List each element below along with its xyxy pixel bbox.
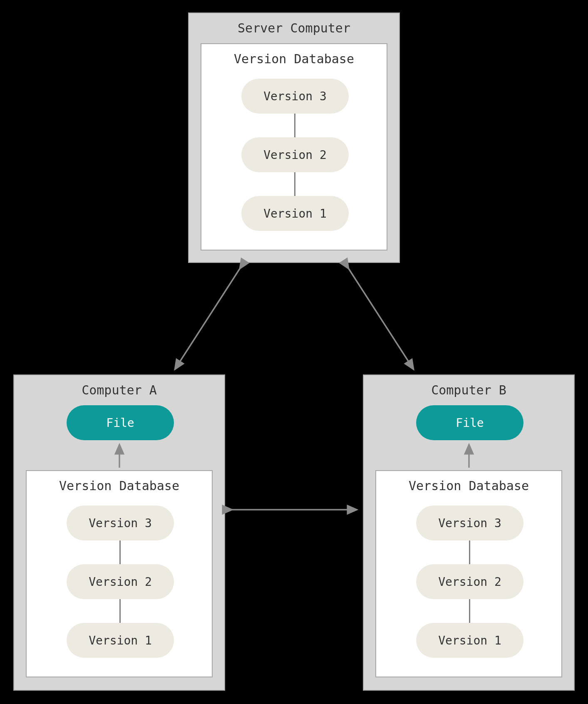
client-a-node: Computer A File Version Database Version… [13,374,225,691]
server-db-box: Version Database Version 3 Version 2 Ver… [201,43,387,250]
connector [119,540,121,564]
connector [119,599,121,623]
client-b-version-2: Version 2 [416,564,523,599]
server-version-1: Version 1 [241,196,349,231]
connector [294,114,295,137]
connector [469,599,470,623]
client-b-db-box: Version Database Version 3 Version 2 Ver… [375,470,562,677]
client-b-file: File [416,405,523,440]
server-db-title: Version Database [201,44,387,72]
arrow-server-to-a [175,269,240,369]
server-title: Server Computer [189,13,399,41]
server-node: Server Computer Version Database Version… [188,12,400,263]
client-a-db-box: Version Database Version 3 Version 2 Ver… [26,470,213,677]
arrow-server-to-b [349,269,414,369]
client-b-version-1: Version 1 [416,623,523,658]
client-b-title: Computer B [364,375,574,403]
client-a-file: File [67,405,174,440]
server-version-2: Version 2 [241,137,349,172]
server-version-3: Version 3 [241,79,349,114]
client-a-version-3: Version 3 [67,506,174,540]
client-a-db-title: Version Database [27,471,212,499]
connector [469,540,470,564]
client-a-version-1: Version 1 [67,623,174,658]
connector [294,172,295,196]
client-a-version-2: Version 2 [67,564,174,599]
diagram-canvas: Server Computer Version Database Version… [0,0,588,704]
client-a-title: Computer A [14,375,224,403]
client-b-db-title: Version Database [376,471,561,499]
client-b-node: Computer B File Version Database Version… [363,374,575,691]
client-b-version-3: Version 3 [416,506,523,540]
